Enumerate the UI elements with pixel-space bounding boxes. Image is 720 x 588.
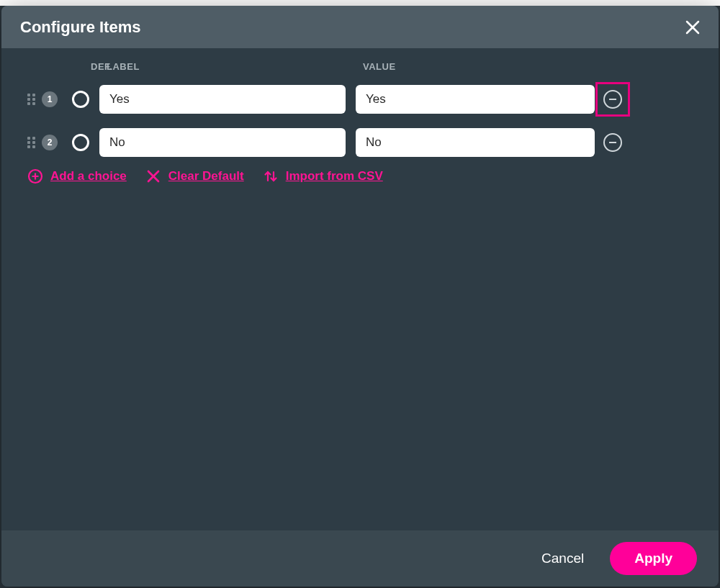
add-choice-label: Add a choice <box>50 169 127 184</box>
import-icon <box>263 168 279 184</box>
default-radio[interactable] <box>72 91 89 108</box>
dialog-body: DEF. LABEL VALUE 1 <box>1 48 719 530</box>
drag-handle-icon[interactable] <box>27 92 37 107</box>
remove-highlight <box>595 82 630 117</box>
value-input[interactable] <box>356 85 595 114</box>
clear-default-label: Clear Default <box>168 169 244 184</box>
x-icon <box>145 168 161 184</box>
configure-items-dialog: Configure Items DEF. LABEL VALUE 1 <box>1 6 719 587</box>
item-row: 1 <box>27 82 693 117</box>
minus-icon <box>609 99 616 100</box>
clear-default-link[interactable]: Clear Default <box>145 168 244 184</box>
import-csv-link[interactable]: Import from CSV <box>263 168 383 184</box>
index-badge: 2 <box>42 135 58 150</box>
drag-handle-icon[interactable] <box>27 135 37 150</box>
cancel-button[interactable]: Cancel <box>533 543 593 574</box>
dialog-footer: Cancel Apply <box>1 530 719 587</box>
close-button[interactable] <box>683 17 703 37</box>
item-row: 2 <box>27 128 693 157</box>
label-input[interactable] <box>99 128 346 157</box>
label-input[interactable] <box>99 85 346 114</box>
remove-item-button[interactable] <box>603 133 622 152</box>
value-input[interactable] <box>356 128 595 157</box>
index-badge: 1 <box>42 91 58 107</box>
header-label: LABEL <box>99 61 346 72</box>
header-value: VALUE <box>356 61 595 72</box>
plus-circle-icon <box>27 168 43 184</box>
row-actions: Add a choice Clear Default Import from C… <box>27 168 693 184</box>
column-headers: DEF. LABEL VALUE <box>27 61 693 72</box>
remove-item-button[interactable] <box>603 90 622 109</box>
default-radio[interactable] <box>72 134 89 151</box>
close-icon <box>685 19 701 35</box>
apply-button[interactable]: Apply <box>610 542 697 575</box>
header-def: DEF. <box>69 61 99 72</box>
dialog-header: Configure Items <box>1 6 719 48</box>
add-choice-link[interactable]: Add a choice <box>27 168 127 184</box>
dialog-title: Configure Items <box>20 18 140 37</box>
import-csv-label: Import from CSV <box>286 169 383 184</box>
minus-icon <box>609 142 616 143</box>
background-toolbar <box>0 0 720 6</box>
